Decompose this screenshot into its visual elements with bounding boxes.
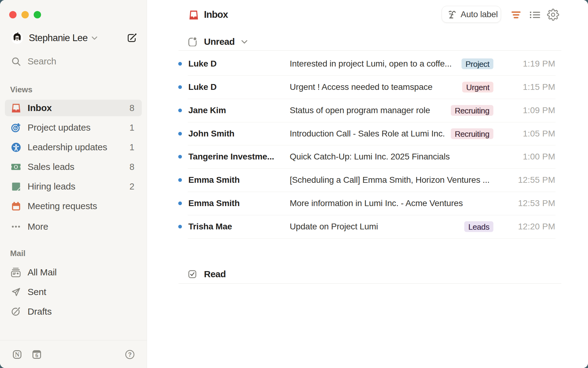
svg-text:N: N (15, 351, 19, 358)
svg-text:6: 6 (35, 352, 38, 358)
svg-text:?: ? (128, 351, 132, 358)
